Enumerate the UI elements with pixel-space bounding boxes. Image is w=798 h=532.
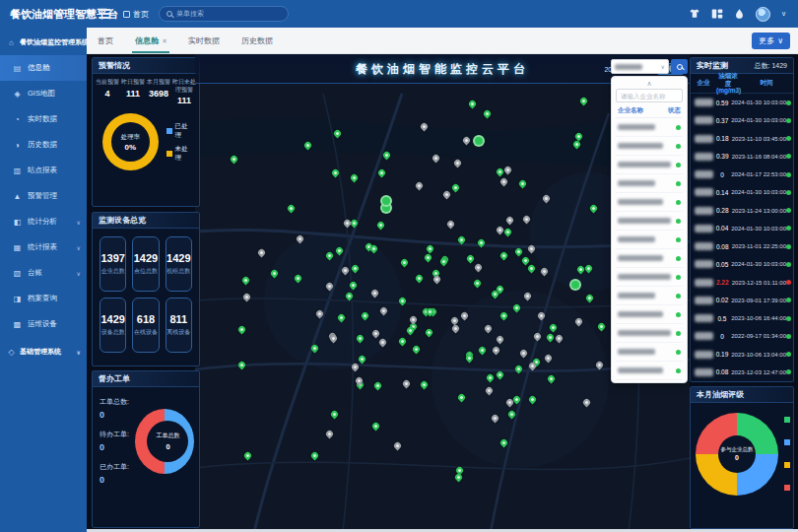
company-name-input[interactable]: [616, 89, 683, 102]
company-select[interactable]: ∨: [611, 59, 669, 74]
map-marker-online[interactable]: [349, 281, 359, 291]
map-marker-online[interactable]: [506, 409, 516, 419]
map-marker-offline[interactable]: [379, 305, 389, 315]
sidebar-group-1[interactable]: ◇基础管理系统∨: [0, 337, 87, 365]
map-marker-offline[interactable]: [325, 430, 335, 439]
map-marker-offline[interactable]: [521, 215, 531, 225]
map-cluster[interactable]: [569, 279, 581, 291]
realtime-row[interactable]: 0.392023-11-16 08:04:00: [691, 148, 793, 166]
map-marker-online[interactable]: [336, 312, 346, 322]
map-marker-online[interactable]: [425, 243, 434, 253]
map-marker-online[interactable]: [596, 321, 606, 331]
company-list-item[interactable]: [616, 305, 683, 324]
map-marker-online[interactable]: [350, 172, 360, 182]
realtime-row[interactable]: 0.282023-11-24 13:00:00: [691, 202, 793, 220]
map-marker-offline[interactable]: [537, 311, 547, 321]
map-marker-online[interactable]: [229, 155, 238, 165]
tab-历史数据[interactable]: 历史数据: [231, 28, 284, 53]
company-list-item[interactable]: [616, 249, 683, 268]
map-marker-online[interactable]: [527, 395, 537, 405]
map-marker-online[interactable]: [333, 129, 343, 139]
map-marker-offline[interactable]: [343, 218, 353, 228]
map-marker-offline[interactable]: [295, 234, 304, 244]
map-marker-online[interactable]: [473, 279, 483, 289]
realtime-row[interactable]: 0.592024-01-30 10:03:00: [691, 94, 793, 111]
device-card-离线设备[interactable]: 811离线设备: [166, 298, 192, 353]
map-marker-offline[interactable]: [522, 291, 532, 300]
map-marker-online[interactable]: [373, 380, 383, 390]
map-marker-online[interactable]: [310, 451, 320, 461]
map-marker-online[interactable]: [513, 365, 523, 374]
realtime-row[interactable]: 2.222023-12-15 01:11:00: [691, 274, 793, 292]
map-marker-online[interactable]: [381, 151, 391, 161]
map-marker-online[interactable]: [269, 268, 279, 278]
map-marker-offline[interactable]: [499, 177, 509, 187]
realtime-row[interactable]: 0.192023-10-06 13:04:00: [691, 346, 793, 364]
map-marker-offline[interactable]: [241, 293, 251, 302]
map-marker-online[interactable]: [478, 345, 488, 355]
company-list-item[interactable]: [616, 268, 683, 287]
sidebar-item-预警管理[interactable]: ▲预警管理: [0, 183, 87, 209]
map-marker-offline[interactable]: [473, 263, 483, 273]
map-marker-offline[interactable]: [533, 331, 543, 341]
close-icon[interactable]: ×: [163, 37, 166, 44]
map-marker-online[interactable]: [453, 473, 463, 483]
map-marker-online[interactable]: [514, 246, 524, 256]
map-marker-online[interactable]: [293, 273, 302, 283]
realtime-row[interactable]: 0.052024-01-30 10:03:00: [691, 255, 793, 273]
company-list-item[interactable]: [616, 118, 683, 137]
device-card-点位总数[interactable]: 1429点位总数: [132, 236, 159, 292]
map-marker-online[interactable]: [520, 256, 530, 266]
sidebar-item-站点报表[interactable]: ▥站点报表: [0, 158, 87, 183]
map-marker-online[interactable]: [414, 274, 424, 284]
map-marker-online[interactable]: [420, 379, 430, 389]
map-marker-offline[interactable]: [582, 397, 592, 407]
map-marker-offline[interactable]: [484, 386, 494, 396]
map-marker-online[interactable]: [329, 410, 339, 420]
sidebar-item-实时数据[interactable]: ◔实时数据: [0, 106, 87, 132]
map-marker-online[interactable]: [578, 97, 588, 106]
map-marker-offline[interactable]: [325, 281, 335, 291]
company-list-item[interactable]: [616, 362, 683, 380]
map-marker-online[interactable]: [334, 245, 344, 255]
map-marker-online[interactable]: [325, 251, 335, 261]
map-marker-offline[interactable]: [415, 181, 425, 191]
map-marker-online[interactable]: [351, 263, 361, 273]
realtime-row[interactable]: 0.372024-01-30 10:03:00: [691, 111, 793, 129]
map-marker-offline[interactable]: [420, 122, 430, 132]
map-marker-online[interactable]: [451, 182, 461, 192]
map-marker-offline[interactable]: [505, 216, 515, 226]
map-cluster[interactable]: [380, 195, 392, 207]
map-marker-offline[interactable]: [402, 379, 412, 389]
device-card-企业总数[interactable]: 1397企业总数: [100, 236, 126, 292]
map-marker-offline[interactable]: [378, 337, 388, 347]
map-marker-online[interactable]: [502, 227, 512, 236]
map-marker-online[interactable]: [485, 372, 495, 382]
map-marker-online[interactable]: [398, 336, 408, 346]
map-marker-online[interactable]: [456, 393, 466, 403]
sidebar-item-台账[interactable]: ▧台账∨: [0, 260, 87, 286]
map-marker-online[interactable]: [546, 374, 556, 384]
realtime-row[interactable]: 02024-01-17 22:53:00: [691, 166, 793, 183]
map-marker-online[interactable]: [358, 354, 367, 364]
realtime-row[interactable]: 0.082023-11-01 22:25:00: [691, 237, 793, 255]
company-list-item[interactable]: [616, 231, 683, 249]
layout-icon[interactable]: [711, 8, 723, 20]
device-card-在线设备[interactable]: 618在线设备: [132, 298, 159, 353]
map-marker-offline[interactable]: [450, 323, 460, 333]
map-marker-online[interactable]: [424, 252, 433, 262]
map-marker-offline[interactable]: [314, 308, 324, 318]
map-marker-offline[interactable]: [539, 266, 549, 276]
company-list-item[interactable]: [616, 193, 683, 212]
sidebar-item-统计报表[interactable]: ▦统计报表∨: [0, 234, 87, 260]
sidebar-item-信息舱[interactable]: ▤信息舱: [0, 55, 87, 81]
company-list-item[interactable]: [616, 287, 683, 305]
map-marker-offline[interactable]: [461, 136, 471, 146]
realtime-row[interactable]: 0.022023-09-01 17:39:00: [691, 292, 793, 309]
map-marker-online[interactable]: [465, 254, 475, 264]
tab-实时数据[interactable]: 实时数据: [177, 28, 231, 53]
map-marker-online[interactable]: [496, 369, 505, 379]
map-marker-online[interactable]: [482, 109, 492, 119]
collapse-chevron-up-icon[interactable]: ∧: [616, 79, 683, 89]
map-marker-offline[interactable]: [340, 265, 350, 275]
